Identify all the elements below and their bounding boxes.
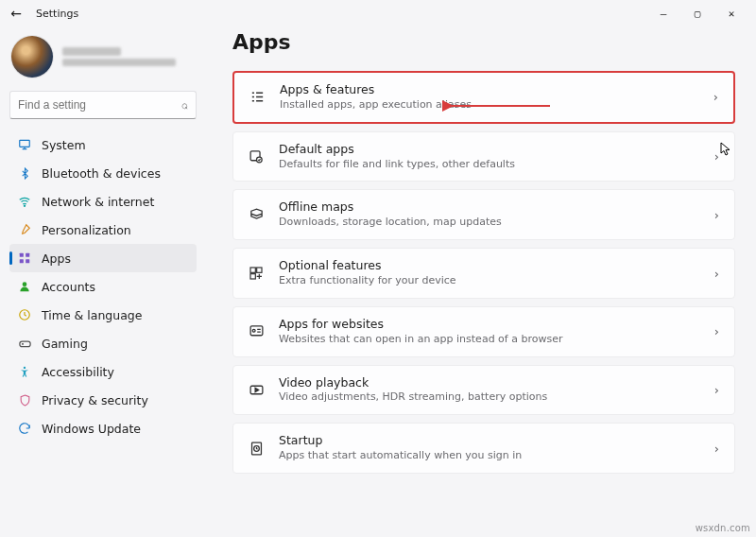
- card-description: Installed apps, app execution aliases: [280, 98, 700, 113]
- svg-rect-4: [20, 259, 24, 263]
- sidebar-item-label: Gaming: [42, 337, 88, 351]
- window-controls: — ▢ ✕: [646, 2, 748, 25]
- sidebar: ⌕ SystemBluetooth & devicesNetwork & int…: [0, 26, 206, 537]
- settings-cards: Apps & featuresInstalled apps, app execu…: [232, 71, 735, 474]
- sidebar-item-gaming[interactable]: Gaming: [9, 329, 197, 357]
- card-title: Apps for websites: [279, 317, 701, 333]
- sidebar-item-label: Bluetooth & devices: [42, 166, 161, 181]
- update-icon: [17, 421, 32, 436]
- svg-rect-12: [250, 268, 255, 272]
- sidebar-item-system[interactable]: System: [9, 130, 197, 159]
- sidebar-item-label: Windows Update: [42, 422, 141, 436]
- bluetooth-icon: [17, 165, 32, 181]
- card-apps-features[interactable]: Apps & featuresInstalled apps, app execu…: [232, 71, 735, 124]
- chevron-right-icon: ›: [714, 267, 719, 281]
- card-default-apps[interactable]: Default appsDefaults for file and link t…: [232, 131, 735, 182]
- clock-icon: [17, 307, 32, 322]
- card-description: Downloads, storage location, map updates: [279, 216, 701, 230]
- svg-rect-8: [19, 341, 29, 347]
- sidebar-item-network-internet[interactable]: Network & internet: [9, 187, 197, 216]
- person-icon: [17, 279, 32, 294]
- startup-icon: [247, 439, 266, 458]
- chevron-right-icon: ›: [714, 149, 719, 164]
- card-description: Defaults for file and link types, other …: [279, 158, 701, 172]
- svg-rect-13: [257, 268, 262, 272]
- sidebar-item-label: Personalization: [42, 223, 131, 237]
- card-startup[interactable]: StartupApps that start automatically whe…: [232, 423, 735, 474]
- card-title: Offline maps: [279, 199, 701, 216]
- card-text: Apps & featuresInstalled apps, app execu…: [280, 82, 700, 113]
- wifi-icon: [17, 194, 32, 209]
- sidebar-item-apps[interactable]: Apps: [9, 244, 197, 272]
- display-icon: [17, 137, 32, 152]
- apps-websites-icon: [247, 322, 266, 341]
- profile-email-blurred: [62, 59, 176, 66]
- sidebar-item-label: Accounts: [42, 280, 95, 294]
- nav: SystemBluetooth & devicesNetwork & inter…: [9, 130, 197, 442]
- optional-features-icon: [247, 264, 266, 283]
- svg-rect-3: [26, 253, 29, 257]
- sidebar-item-privacy-security[interactable]: Privacy & security: [9, 386, 197, 414]
- card-title: Default apps: [279, 142, 701, 158]
- card-text: Default appsDefaults for file and link t…: [279, 142, 701, 172]
- sidebar-item-label: Time & language: [42, 308, 142, 322]
- svg-rect-14: [250, 274, 255, 279]
- search-box[interactable]: ⌕: [9, 91, 197, 119]
- watermark: wsxdn.com: [696, 523, 750, 533]
- svg-point-6: [23, 282, 27, 286]
- svg-rect-5: [26, 259, 29, 263]
- card-title: Video playback: [279, 375, 701, 391]
- chevron-right-icon: ›: [714, 208, 719, 222]
- card-text: Video playbackVideo adjustments, HDR str…: [279, 375, 701, 406]
- list-icon: [248, 88, 266, 107]
- profile-name-blurred: [62, 47, 121, 56]
- card-title: Startup: [279, 433, 701, 449]
- maximize-button[interactable]: ▢: [680, 2, 714, 25]
- sidebar-item-accounts[interactable]: Accounts: [9, 272, 197, 301]
- card-text: Optional featuresExtra functionality for…: [279, 258, 701, 288]
- accessibility-icon: [17, 364, 32, 379]
- card-title: Apps & features: [280, 82, 700, 98]
- main: Apps Apps & featuresInstalled apps, app …: [206, 26, 756, 537]
- chevron-right-icon: ›: [714, 442, 719, 456]
- svg-rect-2: [20, 253, 24, 257]
- search-input[interactable]: [18, 98, 181, 112]
- titlebar: ← Settings — ▢ ✕: [0, 0, 756, 26]
- back-button[interactable]: ←: [8, 6, 25, 21]
- card-offline-maps[interactable]: Offline mapsDownloads, storage location,…: [232, 189, 735, 240]
- sidebar-item-label: System: [42, 138, 86, 152]
- profile[interactable]: [9, 32, 197, 91]
- sidebar-item-time-language[interactable]: Time & language: [9, 301, 197, 329]
- card-video-playback[interactable]: Video playbackVideo adjustments, HDR str…: [232, 365, 735, 416]
- map-icon: [247, 205, 266, 224]
- sidebar-item-bluetooth-devices[interactable]: Bluetooth & devices: [9, 159, 197, 187]
- sidebar-item-label: Privacy & security: [42, 393, 148, 407]
- card-text: StartupApps that start automatically whe…: [279, 433, 701, 463]
- default-apps-icon: [247, 147, 266, 166]
- brush-icon: [17, 222, 32, 237]
- gamepad-icon: [17, 336, 32, 351]
- svg-point-9: [24, 367, 26, 369]
- sidebar-item-accessibility[interactable]: Accessibility: [9, 357, 197, 386]
- sidebar-item-windows-update[interactable]: Windows Update: [9, 414, 197, 442]
- card-description: Websites that can open in an app instead…: [279, 333, 701, 347]
- card-text: Apps for websitesWebsites that can open …: [279, 317, 701, 347]
- chevron-right-icon: ›: [714, 383, 719, 397]
- avatar: [11, 36, 53, 78]
- card-description: Apps that start automatically when you s…: [279, 449, 701, 463]
- card-apps-for-websites[interactable]: Apps for websitesWebsites that can open …: [232, 306, 735, 357]
- card-text: Offline mapsDownloads, storage location,…: [279, 199, 701, 230]
- card-description: Extra functionality for your device: [279, 274, 701, 288]
- sidebar-item-label: Accessibility: [42, 365, 114, 379]
- page-title: Apps: [232, 30, 735, 54]
- svg-rect-0: [20, 140, 30, 147]
- video-icon: [247, 380, 266, 399]
- search-icon: ⌕: [181, 98, 188, 112]
- sidebar-item-personalization[interactable]: Personalization: [9, 216, 197, 244]
- svg-point-1: [24, 205, 25, 206]
- card-optional-features[interactable]: Optional featuresExtra functionality for…: [232, 248, 735, 299]
- close-button[interactable]: ✕: [714, 2, 748, 25]
- chevron-right-icon: ›: [714, 324, 719, 338]
- card-title: Optional features: [279, 258, 701, 274]
- minimize-button[interactable]: —: [646, 2, 680, 25]
